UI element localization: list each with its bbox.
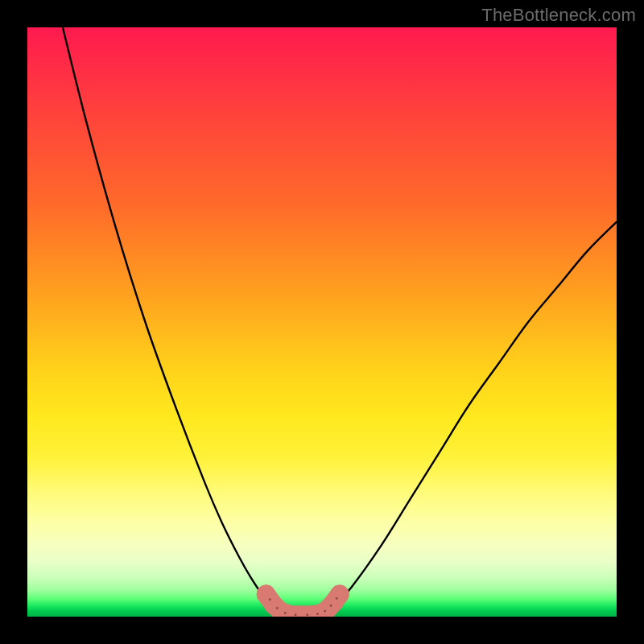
marker-joint bbox=[316, 613, 319, 615]
watermark-text: TheBottleneck.com bbox=[481, 5, 636, 26]
chart-svg bbox=[27, 27, 617, 617]
marker-dot bbox=[330, 584, 349, 603]
marker-joint bbox=[306, 614, 308, 617]
plot-area bbox=[27, 27, 617, 617]
marker-joint bbox=[269, 598, 271, 601]
marker-joint bbox=[336, 597, 338, 600]
marker-joint bbox=[330, 605, 332, 607]
marker-joint bbox=[295, 613, 297, 616]
curve-left-branch bbox=[63, 27, 281, 614]
marker-joint bbox=[324, 610, 326, 613]
chart-frame: TheBottleneck.com bbox=[0, 0, 644, 644]
curve-group bbox=[63, 27, 617, 616]
marker-joint bbox=[276, 607, 279, 609]
marker-group bbox=[257, 584, 349, 617]
curve-right-branch bbox=[322, 222, 617, 615]
marker-joint bbox=[284, 612, 287, 614]
